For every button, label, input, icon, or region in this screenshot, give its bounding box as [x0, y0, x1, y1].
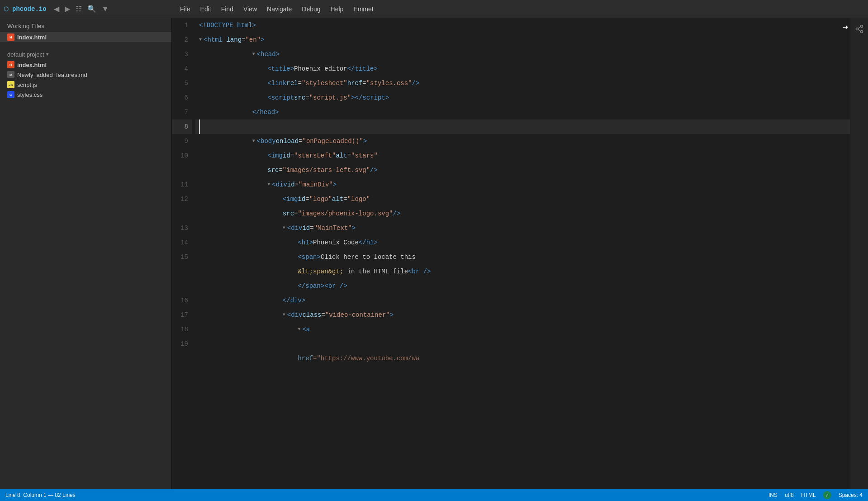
code-line-11: ▼<div id="mainDiv"> — [195, 177, 850, 192]
project-name: default project — [7, 51, 44, 58]
menu-navigate[interactable]: Navigate — [262, 4, 296, 14]
sidebar-header: ⬡ phcode.io ◀ ▶ ☷ 🔍 ▼ — [4, 4, 175, 14]
nav-back-button[interactable]: ◀ — [52, 4, 61, 14]
project-filename-css: styles.css — [17, 91, 43, 98]
menu-edit[interactable]: Edit — [196, 4, 216, 14]
code-line-18: ▼<a — [195, 322, 850, 337]
menu-help[interactable]: Help — [326, 4, 348, 14]
svg-line-3 — [858, 27, 861, 29]
search-button[interactable]: 🔍 — [85, 4, 98, 14]
code-line-6: <script src="script.js"></script> — [195, 91, 850, 105]
sidebar: Working Files H index.html default proje… — [0, 18, 172, 489]
html-icon: H — [7, 61, 14, 68]
working-file-name: index.html — [17, 34, 47, 41]
right-sidebar — [850, 18, 868, 489]
menu-bar: File Edit Find View Navigate Debug Help … — [175, 4, 864, 14]
project-title-row: default project ▼ — [0, 49, 171, 60]
project-file-index-html[interactable]: H index.html — [0, 60, 171, 70]
project-filename-js: script.js — [17, 81, 37, 88]
project-file-md[interactable]: M Newly_added_features.md — [0, 70, 171, 80]
check-badge: ✓ — [823, 491, 831, 499]
file-tree-button[interactable]: ☷ — [74, 4, 84, 14]
spaces-setting[interactable]: Spaces: 4 — [839, 492, 863, 498]
code-line-7: </head> — [195, 105, 850, 119]
code-line-15c: </span><br /> — [195, 279, 850, 293]
project-dropdown-icon[interactable]: ▼ — [46, 52, 49, 57]
menubar: ⬡ phcode.io ◀ ▶ ☷ 🔍 ▼ File Edit Find Vie… — [0, 0, 868, 18]
svg-line-4 — [858, 29, 861, 31]
editor-content[interactable]: 1 2 3 4 5 6 7 8 9 10 11 12 13 14 15 16 — [172, 18, 850, 489]
encoding: utf8 — [785, 492, 794, 498]
menu-find[interactable]: Find — [217, 4, 238, 14]
code-lines[interactable]: <!DOCTYPE html> ▼<html lang="en"> ▼<head… — [195, 18, 850, 489]
nav-forward-button[interactable]: ▶ — [63, 4, 72, 14]
cursor-position: Line 8, Column 1 — 82 Lines — [5, 492, 76, 498]
svg-point-2 — [860, 31, 863, 33]
menu-emmet[interactable]: Emmet — [349, 4, 378, 14]
project-file-js[interactable]: JS script.js — [0, 80, 171, 90]
menu-debug[interactable]: Debug — [297, 4, 325, 14]
app-title: phcode.io — [12, 5, 47, 13]
code-line-5: <link rel="stylesheet" href="styles.css"… — [195, 76, 850, 91]
code-line-8[interactable] — [195, 119, 850, 134]
status-bar: Line 8, Column 1 — 82 Lines INS utf8 HTM… — [0, 489, 868, 501]
main-content: Working Files H index.html default proje… — [0, 18, 868, 489]
editor-area[interactable]: 1 2 3 4 5 6 7 8 9 10 11 12 13 14 15 16 — [172, 18, 850, 489]
app-icon: ⬡ — [4, 5, 9, 13]
code-line-12: <img id="logo" alt="logo" — [195, 192, 850, 206]
working-files-section: Working Files H index.html — [0, 18, 171, 46]
code-line-partial: href="https://www.youtube.com/wa — [195, 351, 850, 366]
code-line-10b: src="images/stars-left.svg" /> — [195, 163, 850, 177]
code-line-12b: src="images/phoenix-logo.svg" /> — [195, 206, 850, 221]
code-line-4: <title>Phoenix editor</title> — [195, 62, 850, 76]
svg-point-1 — [856, 28, 858, 30]
dropdown-button[interactable]: ▼ — [100, 4, 111, 14]
html-file-icon: H — [7, 33, 14, 41]
svg-point-0 — [860, 25, 863, 28]
working-files-label: Working Files — [0, 18, 171, 32]
code-line-3: ▼<head> — [195, 47, 850, 62]
project-filename: index.html — [17, 62, 47, 68]
share-icon[interactable] — [852, 22, 867, 36]
project-file-css[interactable]: C styles.css — [0, 90, 171, 100]
language-mode[interactable]: HTML — [801, 492, 816, 498]
insert-mode: INS — [768, 492, 778, 498]
code-line-10: <img id="starsLeft" alt="stars" — [195, 148, 850, 163]
line-numbers: 1 2 3 4 5 6 7 8 9 10 11 12 13 14 15 16 — [172, 18, 195, 489]
expand-editor-icon[interactable]: ➜ — [843, 22, 848, 33]
code-line-9: ▼<body onload="onPageLoaded()"> — [195, 134, 850, 148]
menu-view[interactable]: View — [239, 4, 261, 14]
code-line-1: <!DOCTYPE html> — [195, 18, 850, 33]
css-icon: C — [7, 91, 14, 98]
menu-file[interactable]: File — [175, 4, 195, 14]
code-line-16: </div> — [195, 293, 850, 308]
code-line-2: ▼<html lang="en"> — [195, 33, 850, 47]
md-icon: M — [7, 71, 14, 78]
project-section: default project ▼ H index.html M Newly_a… — [0, 46, 171, 100]
status-right: INS utf8 HTML ✓ Spaces: 4 — [768, 491, 863, 499]
project-filename-md: Newly_added_features.md — [17, 72, 87, 78]
working-file-index-html[interactable]: H index.html — [0, 32, 171, 42]
js-icon: JS — [7, 81, 14, 88]
